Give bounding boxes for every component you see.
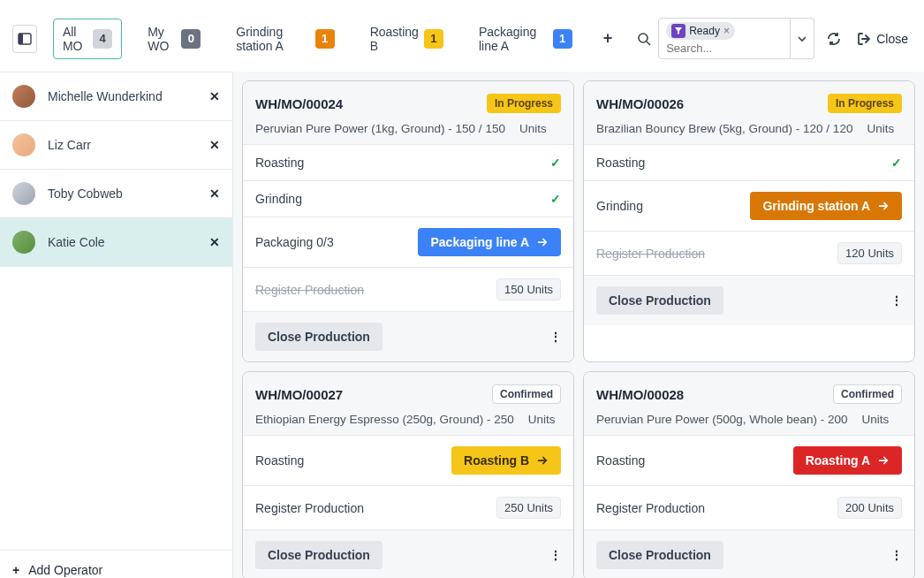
tab-roasting-b[interactable]: Roasting B1: [360, 19, 453, 59]
close-production-button[interactable]: Close Production: [596, 286, 723, 315]
workcenter-action-button[interactable]: Grinding station A: [750, 192, 902, 220]
card-menu-button[interactable]: ⋮: [890, 548, 902, 562]
step-label: Register Production: [596, 247, 705, 261]
tab-label: Grinding station A: [236, 25, 309, 53]
remove-operator-button[interactable]: ✕: [209, 186, 220, 201]
card-title: WH/MO/00026: [596, 96, 684, 111]
card-menu-button[interactable]: ⋮: [549, 548, 561, 562]
workcenter-action-button[interactable]: Packaging line A: [418, 228, 561, 256]
operator-row[interactable]: Michelle Wunderkind✕: [0, 72, 232, 121]
card-subtitle: Peruvian Pure Power (500g, Whole bean) -…: [596, 413, 902, 426]
add-operator-button[interactable]: + Add Operator: [0, 550, 232, 578]
card-subtitle: Brazilian Bouncy Brew (5kg, Ground) - 12…: [596, 122, 902, 135]
operator-row[interactable]: Toby Cobweb✕: [0, 170, 232, 218]
card-subtitle: Ethiopian Energy Espresso (250g, Ground)…: [255, 413, 561, 426]
plus-icon: +: [12, 563, 19, 577]
arrow-right-icon: [877, 454, 890, 467]
step-label: Register Production: [596, 501, 705, 515]
close-production-button[interactable]: Close Production: [596, 541, 723, 569]
card-menu-button[interactable]: ⋮: [890, 293, 902, 308]
step-row: RoastingRoasting B: [243, 436, 573, 486]
card-footer: Close Production⋮: [243, 530, 573, 578]
tab-count-badge: 1: [424, 29, 443, 49]
filter-chip-ready[interactable]: Ready ×: [666, 22, 735, 40]
add-tab-button[interactable]: +: [598, 26, 618, 51]
tab-label: My WO: [148, 25, 176, 53]
tab-count-badge: 1: [553, 29, 572, 49]
close-production-button[interactable]: Close Production: [255, 323, 382, 351]
step-row: RoastingRoasting A: [584, 436, 914, 486]
status-badge: In Progress: [487, 94, 561, 113]
step-row: Grinding✓: [243, 181, 573, 217]
operator-row[interactable]: Liz Carr✕: [0, 121, 232, 170]
close-button[interactable]: Close: [853, 28, 912, 49]
step-label: Packaging 0/3: [255, 235, 334, 249]
operator-list: Michelle Wunderkind✕Liz Carr✕Toby Cobweb…: [0, 72, 232, 550]
card-subtitle: Peruvian Pure Power (1kg, Ground) - 150 …: [255, 122, 561, 135]
step-label: Roasting: [596, 453, 645, 468]
units-pill: 120 Units: [837, 242, 902, 264]
mo-card: WH/MO/00024In ProgressPeruvian Pure Powe…: [242, 80, 574, 362]
remove-operator-button[interactable]: ✕: [209, 138, 220, 152]
action-label: Roasting B: [464, 453, 529, 468]
step-row: Roasting✓: [243, 145, 573, 181]
tab-all-mo[interactable]: All MO4: [53, 19, 122, 59]
mo-card: WH/MO/00028ConfirmedPeruvian Pure Power …: [583, 371, 915, 578]
check-icon: ✓: [550, 156, 561, 170]
tab-label: Roasting B: [370, 25, 419, 53]
units-pill: 150 Units: [496, 278, 561, 300]
step-label: Roasting: [596, 156, 645, 170]
tab-label: Packaging line A: [479, 25, 548, 53]
avatar: [12, 231, 35, 254]
filter-chip-label: Ready: [689, 25, 720, 37]
search-dropdown-caret[interactable]: [791, 18, 814, 59]
status-badge: Confirmed: [492, 384, 561, 404]
tab-my-wo[interactable]: My WO0: [138, 19, 210, 59]
refresh-button[interactable]: [823, 28, 844, 49]
step-label: Grinding: [596, 199, 643, 213]
svg-point-2: [639, 34, 648, 42]
search-icon: [632, 32, 656, 46]
filter-chip-remove[interactable]: ×: [723, 25, 730, 37]
card-footer: Close Production⋮: [584, 276, 914, 325]
svg-rect-1: [19, 34, 23, 44]
refresh-icon: [827, 32, 841, 46]
card-header: WH/MO/00024In ProgressPeruvian Pure Powe…: [243, 81, 573, 145]
step-label: Roasting: [255, 156, 304, 170]
panel-icon: [18, 32, 32, 46]
step-label: Grinding: [255, 192, 302, 206]
close-label: Close: [876, 32, 908, 46]
tab-grinding-station-a[interactable]: Grinding station A1: [226, 19, 344, 59]
card-footer: Close Production⋮: [584, 530, 914, 578]
panel-toggle-button[interactable]: [12, 25, 37, 53]
operator-name: Katie Cole: [48, 235, 197, 249]
avatar: [12, 133, 35, 156]
operator-name: Toby Cobweb: [48, 186, 197, 201]
status-badge: In Progress: [828, 94, 902, 113]
avatar: [12, 85, 35, 108]
card-title: WH/MO/00027: [255, 387, 343, 402]
kanban-board: WH/MO/00024In ProgressPeruvian Pure Powe…: [233, 72, 924, 578]
step-label: Roasting: [255, 453, 304, 468]
filter-icon: [671, 24, 685, 38]
workcenter-action-button[interactable]: Roasting A: [793, 446, 902, 475]
tabs: All MO4My WO0Grinding station A1Roasting…: [53, 19, 582, 59]
check-icon: ✓: [891, 156, 902, 170]
close-production-button[interactable]: Close Production: [255, 541, 382, 569]
search-input[interactable]: [666, 42, 783, 55]
exit-icon: [857, 32, 871, 46]
card-footer: Close Production⋮: [243, 312, 573, 361]
workcenter-action-button[interactable]: Roasting B: [451, 446, 561, 475]
search-wrapper: Ready ×: [658, 18, 814, 59]
action-label: Roasting A: [806, 453, 870, 468]
status-badge: Confirmed: [833, 384, 902, 404]
remove-operator-button[interactable]: ✕: [209, 235, 220, 249]
remove-operator-button[interactable]: ✕: [209, 89, 220, 103]
add-operator-label: Add Operator: [28, 563, 102, 577]
tab-packaging-line-a[interactable]: Packaging line A1: [469, 19, 582, 59]
step-row: GrindingGrinding station A: [584, 181, 914, 232]
search-box[interactable]: Ready ×: [658, 18, 791, 59]
operator-row[interactable]: Katie Cole✕: [0, 218, 232, 267]
card-menu-button[interactable]: ⋮: [549, 330, 561, 344]
units-pill: 200 Units: [837, 497, 902, 519]
